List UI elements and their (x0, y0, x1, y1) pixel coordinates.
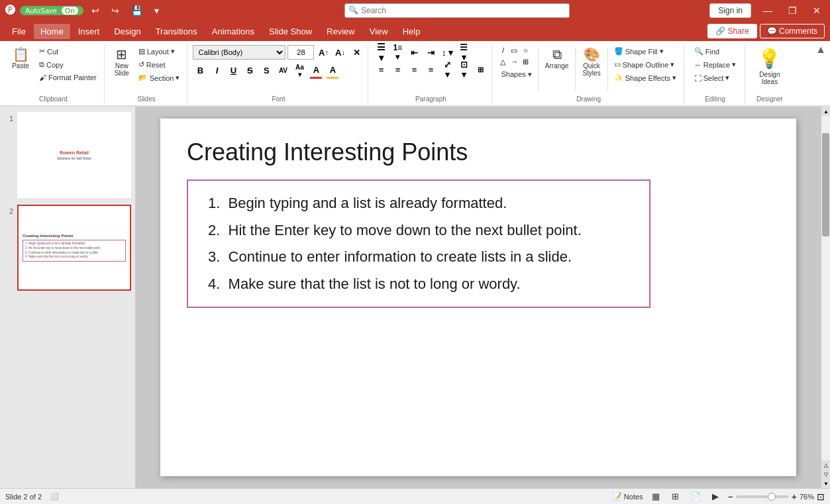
columns-btn[interactable]: ☰ ▾ (456, 45, 471, 60)
change-case-btn[interactable]: Aa ▾ (292, 64, 307, 78)
decrease-indent-btn[interactable]: ⇤ (407, 45, 421, 60)
format-painter-btn[interactable]: 🖌Format Painter (36, 72, 100, 83)
menu-animations[interactable]: Animations (205, 24, 261, 39)
shadow-btn[interactable]: S (259, 64, 274, 78)
redo-btn[interactable]: ↪ (107, 4, 123, 17)
menu-help[interactable]: Help (396, 24, 427, 39)
shape-oval[interactable]: ○ (520, 45, 531, 56)
paste-btn[interactable]: 📋 Paste (7, 45, 34, 72)
replace-btn[interactable]: ↔Replace ▾ (691, 58, 739, 71)
notes-btn[interactable]: 📝 Notes (613, 492, 643, 501)
menu-insert[interactable]: Insert (72, 24, 107, 39)
select-btn[interactable]: ⛶Select ▾ (691, 72, 739, 84)
underline-btn[interactable]: U (226, 64, 240, 78)
restore-btn[interactable]: ❐ (784, 3, 801, 18)
layout-btn[interactable]: ▤Layout ▾ (135, 45, 183, 58)
smartart-btn[interactable]: ⊞ (473, 62, 488, 77)
fit-slide-btn[interactable]: ⊡ (817, 491, 825, 502)
slide-thumb-2[interactable]: Creating Interesting Points 1. Begin typ… (17, 205, 131, 291)
align-text-btn[interactable]: ⊡ ▾ (456, 62, 471, 77)
text-direction-btn[interactable]: ⤢ ▾ (440, 62, 454, 77)
menu-file[interactable]: File (5, 24, 32, 39)
shape-more[interactable]: ⊞ (520, 56, 531, 67)
font-size-input[interactable] (287, 45, 314, 60)
slide-thumb-1[interactable]: Rowen Retail Solutions for Sell Direct (17, 112, 131, 198)
sign-in-btn[interactable]: Sign in (709, 3, 751, 18)
find-btn[interactable]: 🔍Find (691, 45, 739, 58)
slide-sorter-btn[interactable]: ⊞ (668, 489, 683, 504)
menu-review[interactable]: Review (320, 24, 362, 39)
zoom-slider[interactable] (736, 495, 789, 498)
share-btn[interactable]: 🔗 Share (707, 24, 756, 38)
line-spacing-btn[interactable]: ↕ ▾ (440, 45, 454, 60)
minimize-btn[interactable]: — (759, 3, 776, 18)
scroll-up-btn[interactable]: ▲ (821, 107, 830, 116)
new-slide-btn[interactable]: ⊞ New Slide (110, 45, 134, 79)
ribbon-group-font: Calibri (Body) A↑ A↓ ✕ B I U S S AV (189, 44, 368, 104)
ribbon-group-clipboard: 📋 Paste ✂Cut ⧉Copy 🖌Format Painter Clipb… (3, 44, 105, 104)
zoom-out-btn[interactable]: − (728, 491, 733, 502)
shape-outline-btn[interactable]: ▭Shape Outline ▾ (611, 58, 680, 71)
increase-font-btn[interactable]: A↑ (316, 45, 331, 60)
highlight-btn[interactable]: A (325, 62, 340, 77)
save-btn[interactable]: 💾 (127, 4, 146, 17)
section-btn[interactable]: 📂Section ▾ (135, 72, 183, 84)
align-left-btn[interactable]: ≡ (374, 62, 388, 77)
menu-design[interactable]: Design (107, 24, 147, 39)
undo-btn[interactable]: ↩ (87, 4, 103, 17)
menu-view[interactable]: View (363, 24, 395, 39)
zoom-in-btn[interactable]: + (792, 491, 797, 502)
scroll-prev-slide-btn[interactable]: △ (821, 460, 830, 470)
numbering-btn[interactable]: 1≡ ▾ (390, 45, 405, 60)
bold-btn[interactable]: B (193, 64, 207, 78)
shape-fill-btn[interactable]: 🪣Shape Fill ▾ (611, 45, 680, 58)
comments-btn[interactable]: 💬 Comments (760, 24, 825, 38)
italic-btn[interactable]: I (209, 64, 224, 78)
reading-view-btn[interactable]: 📄 (688, 489, 703, 504)
ribbon-collapse-btn[interactable]: ▲ (815, 44, 826, 56)
shape-line[interactable]: / (497, 45, 508, 56)
design-ideas-btn[interactable]: 💡 Design Ideas (754, 45, 785, 89)
search-input[interactable] (344, 3, 570, 18)
align-right-btn[interactable]: ≡ (407, 62, 421, 77)
strikethrough-btn[interactable]: S (242, 64, 257, 78)
close-btn[interactable]: ✕ (809, 3, 825, 18)
justify-btn[interactable]: ≡ (423, 62, 438, 77)
clear-format-btn[interactable]: ✕ (349, 45, 364, 60)
normal-view-btn[interactable]: ▦ (648, 489, 663, 504)
decrease-font-btn[interactable]: A↓ (333, 45, 347, 60)
shapes-dropdown-btn[interactable]: Shapes ▾ (497, 68, 535, 81)
customize-btn[interactable]: ▾ (150, 4, 163, 17)
align-center-btn[interactable]: ≡ (390, 62, 405, 77)
search-icon: 🔍 (348, 5, 358, 15)
quick-styles-btn[interactable]: 🎨 Quick Styles (578, 45, 604, 79)
shape-effects-btn[interactable]: ✨Shape Effects ▾ (611, 72, 680, 84)
separator3 (607, 48, 608, 91)
scroll-thumb[interactable] (822, 133, 829, 236)
menu-transitions[interactable]: Transitions (149, 24, 204, 39)
accessibility-icon: ⬜ (50, 492, 59, 501)
copy-btn[interactable]: ⧉Copy (36, 58, 100, 71)
slide-canvas[interactable]: Creating Interesting Points 1. Begin typ… (160, 119, 796, 476)
menu-home[interactable]: Home (34, 24, 70, 39)
slideshow-btn[interactable]: ▶ (708, 489, 723, 504)
shape-arrow[interactable]: → (509, 56, 519, 67)
slide-canvas-wrapper: Creating Interesting Points 1. Begin typ… (136, 107, 821, 488)
font-name-select[interactable]: Calibri (Body) (193, 45, 285, 60)
cut-btn[interactable]: ✂Cut (36, 45, 100, 58)
increase-indent-btn[interactable]: ⇥ (423, 45, 438, 60)
ribbon-group-slides: ⊞ New Slide ▤Layout ▾ ↺Reset 📂Section ▾ … (106, 44, 188, 104)
slide-content-box[interactable]: 1. Begin typing and a list is already fo… (187, 179, 650, 308)
scroll-down-btn[interactable]: ▼ (821, 479, 830, 488)
menu-slideshow[interactable]: Slide Show (262, 24, 319, 39)
reset-btn[interactable]: ↺Reset (135, 58, 183, 71)
shape-rect[interactable]: ▭ (509, 45, 519, 56)
shape-triangle[interactable]: △ (497, 56, 508, 67)
char-spacing-btn[interactable]: AV (276, 64, 290, 78)
scroll-next-slide-btn[interactable]: ▽ (821, 470, 830, 479)
scroll-track[interactable] (821, 116, 830, 460)
autosave-toggle[interactable]: AutoSave On (20, 6, 83, 15)
bullets-btn[interactable]: ☰ ▾ (374, 45, 388, 60)
arrange-btn[interactable]: ⧉ Arrange (541, 45, 573, 72)
font-color-btn[interactable]: A (309, 62, 323, 77)
